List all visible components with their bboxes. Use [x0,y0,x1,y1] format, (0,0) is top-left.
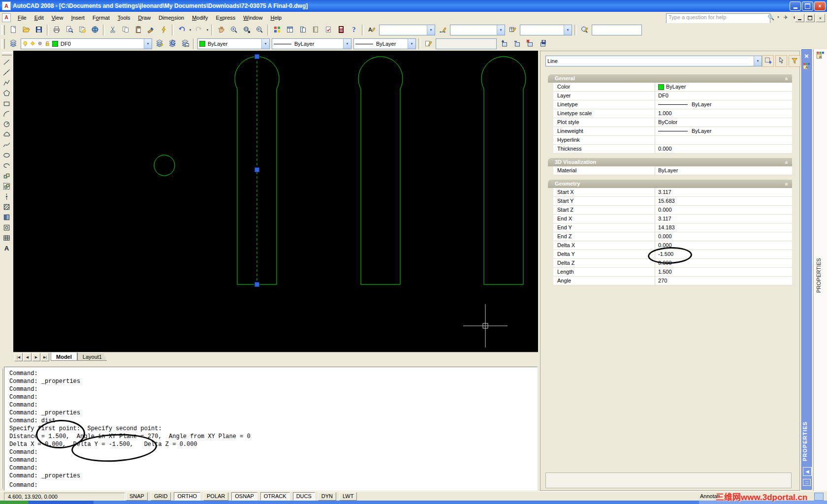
restore-button[interactable] [802,1,813,11]
grip-handle[interactable] [255,55,259,59]
menu-file[interactable]: File [14,13,31,22]
auto-hide-icon[interactable]: ◀ [803,467,812,476]
zoom-realtime-button[interactable] [227,24,240,36]
chevron-down-icon[interactable]: ▼ [497,25,505,35]
table-style-select[interactable]: ▼ [520,25,572,35]
tab-nav-next-icon[interactable]: ▶ [32,353,40,361]
dim-style-select[interactable]: ▼ [450,25,505,35]
menu-dimension[interactable]: Dimension [155,13,188,22]
undo-button[interactable] [175,24,188,36]
dim-style-button[interactable] [436,24,449,36]
help-question-input[interactable]: Type a question for help [666,13,770,24]
chevron-down-icon[interactable]: ▼ [427,25,435,35]
line-button[interactable] [1,58,13,68]
menu-help[interactable]: Help [266,13,286,22]
3d-dwf-button[interactable] [89,24,101,36]
polyline-button[interactable] [1,78,13,89]
designcenter-button[interactable] [284,24,296,36]
revision-cloud-button[interactable] [1,130,13,140]
insert-block-button[interactable] [1,171,13,182]
hatch-button[interactable] [1,202,13,213]
search-button[interactable] [578,24,591,36]
polygon-button[interactable] [1,89,13,99]
plot-style-button[interactable] [422,37,435,50]
chevron-down-icon[interactable]: ▼ [261,39,269,49]
publish-button[interactable] [76,24,89,36]
section-header-geometry[interactable]: Geometry» [548,180,792,188]
menu-format[interactable]: Format [89,13,114,22]
palette-menu-icon[interactable]: —— [803,479,811,486]
minimize-button[interactable] [790,1,801,11]
cut-button[interactable] [106,24,119,36]
table-style-button[interactable] [506,24,519,36]
toggle-otrack[interactable]: OTRACK [260,492,290,501]
ellipse-arc-button[interactable] [1,161,13,171]
tab-model[interactable]: Model [51,352,77,361]
tab-layout1[interactable]: Layout1 [77,352,107,361]
toolbar-grab-handle[interactable] [1,25,5,35]
property-value[interactable] [655,136,792,144]
taskbar-item[interactable] [94,501,699,504]
keyhole-slot-outline[interactable] [481,57,526,284]
section-header-general[interactable]: General» [548,74,792,83]
zoom-previous-button[interactable] [253,24,266,36]
redo-button[interactable] [192,24,205,36]
toggle-ortho[interactable]: ORTHO [174,492,200,501]
property-value[interactable]: ByLayer [655,166,792,175]
save-button[interactable] [32,24,45,36]
make-block-button[interactable] [1,182,13,192]
menu-insert[interactable]: Insert [67,13,89,22]
pan-button[interactable] [215,24,227,36]
new-button[interactable] [7,24,20,36]
command-window[interactable]: Command:Command: _propertiesCommand:Comm… [4,367,538,491]
text-style-button[interactable]: A [365,24,378,36]
quick-select-button[interactable] [789,55,800,67]
pickadd-toggle-button[interactable] [762,55,774,67]
table-button[interactable] [1,233,13,244]
drawing-canvas[interactable] [13,51,538,352]
copy-button[interactable] [119,24,132,36]
property-value[interactable]: ByLayer [655,100,792,109]
menu-express[interactable]: Express [212,13,240,22]
collapse-chevron-icon[interactable]: » [782,77,791,81]
property-value[interactable]: 0.000 [655,206,792,214]
linetype-select[interactable]: ByLayer▼ [272,38,351,49]
mdi-minimize-button[interactable] [795,14,804,22]
lineweight-select[interactable]: ByLayer▼ [353,38,416,49]
match-properties-button[interactable] [145,24,158,36]
palette-title-bar[interactable]: × A PROPERTIES ◀ —— [801,49,812,490]
mdi-close-button[interactable]: × [816,14,825,22]
chevron-down-icon[interactable]: ▼ [564,25,572,35]
toggle-grid[interactable]: GRID [151,492,171,501]
property-value[interactable]: ByLayer [655,127,792,135]
search-field[interactable] [592,25,642,35]
redo-dropdown-icon[interactable]: ▼ [205,24,210,36]
property-value[interactable]: DF0 [655,92,792,100]
object-type-select[interactable]: Line ▼ [545,56,762,66]
quickcalc-button[interactable] [335,24,348,36]
menu-window[interactable]: Window [239,13,266,22]
property-value[interactable]: 1.500 [655,268,792,276]
markup-manager-button[interactable] [322,24,335,36]
layer-state-add-button[interactable] [498,37,510,50]
grip-handle[interactable] [255,168,259,172]
multiline-text-button[interactable]: A [1,244,13,254]
property-value[interactable]: 3.117 [655,188,792,196]
plot-preview-button[interactable] [63,24,76,36]
layer-state-remove-button[interactable] [510,37,523,50]
collapse-chevron-icon[interactable]: » [782,161,791,164]
property-value[interactable]: 0.000 [655,145,792,153]
toggle-dyn[interactable]: DYN [318,492,336,501]
property-value[interactable]: 14.183 [655,223,792,232]
property-value[interactable]: 270 [655,277,792,285]
small-circle-outline[interactable] [154,155,175,176]
tab-nav-last-icon[interactable]: ▶| [41,353,49,361]
help-search-icon[interactable]: 🔍 [767,13,775,21]
tab-nav-previous-icon[interactable]: ◀ [23,353,32,361]
sheetset-manager-button[interactable] [309,24,322,36]
section-header-3d-visualization[interactable]: 3D Visualization» [548,158,792,166]
menu-tools[interactable]: Tools [114,13,134,22]
property-value[interactable]: 1.000 [655,109,792,118]
plot-button[interactable] [50,24,63,36]
layer-manager-button[interactable] [7,37,20,50]
